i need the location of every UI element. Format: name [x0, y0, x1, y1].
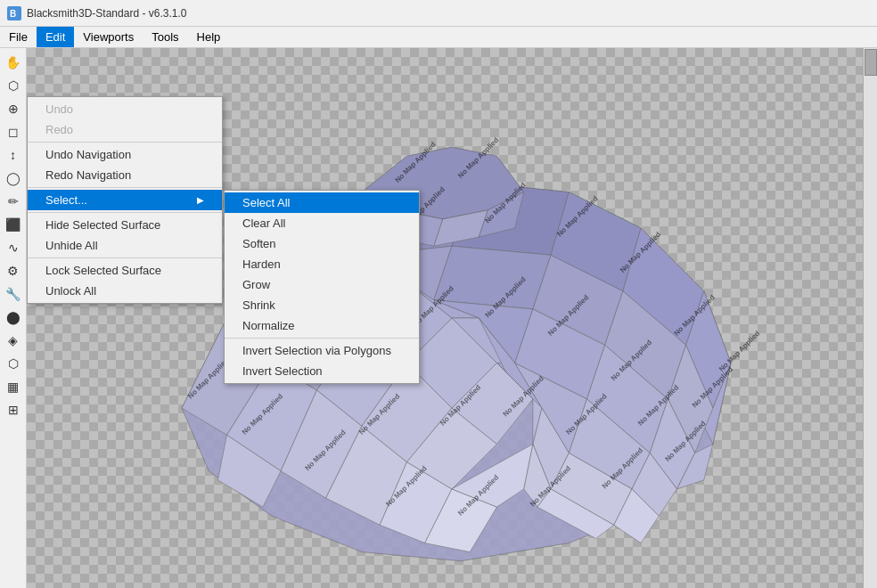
menu-unlock-all[interactable]: Unlock All [28, 281, 222, 301]
svg-text:B: B [10, 9, 16, 19]
viewport-scrollbar[interactable] [863, 48, 877, 588]
menu-edit[interactable]: Edit [37, 27, 74, 47]
menu-undo[interactable]: Undo [28, 99, 222, 119]
submenu-invert-via-polygons[interactable]: Invert Selection via Polygons [225, 340, 419, 361]
menu-redo-navigation[interactable]: Redo Navigation [28, 165, 222, 185]
separator-4 [28, 257, 222, 258]
menu-select[interactable]: Select... ▶ Select All Clear All Soften [28, 190, 222, 210]
submenu-arrow-icon: ▶ [197, 195, 204, 205]
submenu-separator [225, 338, 419, 339]
tool-pan[interactable]: ✋ [3, 52, 24, 73]
tool-smooth[interactable]: ∿ [3, 237, 24, 258]
titlebar: B Blacksmith3D-Standard - v6.3.1.0 [0, 0, 877, 27]
window-title: Blacksmith3D-Standard - v6.3.1.0 [27, 7, 186, 20]
separator-1 [28, 142, 222, 143]
dropdown-overlay: Undo Redo Undo Navigation Redo Navigatio… [27, 96, 223, 304]
menubar: File Edit Viewports Tools Help [0, 27, 877, 48]
menu-undo-navigation[interactable]: Undo Navigation [28, 144, 222, 165]
tool-paint[interactable]: ✏ [3, 191, 24, 212]
menu-redo[interactable]: Redo [28, 119, 222, 140]
tool-resize[interactable]: ↕ [3, 144, 24, 166]
menu-unhide-all[interactable]: Unhide All [28, 235, 222, 256]
select-submenu: Select All Clear All Soften Harden Grow [224, 190, 420, 384]
submenu-soften[interactable]: Soften [225, 233, 419, 254]
app-icon: B [7, 6, 21, 20]
submenu-shrink[interactable]: Shrink [225, 295, 419, 315]
tool-hex[interactable]: ⬡ [3, 353, 24, 374]
submenu-normalize[interactable]: Normalize [225, 315, 419, 336]
tool-grid[interactable]: ▦ [3, 376, 24, 397]
submenu-harden[interactable]: Harden [225, 254, 419, 274]
separator-3 [28, 212, 222, 213]
menu-help[interactable]: Help [188, 27, 230, 47]
tool-wrench[interactable]: 🔧 [3, 283, 24, 305]
menu-lock-selected[interactable]: Lock Selected Surface [28, 260, 222, 281]
svg-marker-16 [434, 246, 551, 309]
menu-tools[interactable]: Tools [143, 27, 187, 47]
menu-viewports[interactable]: Viewports [74, 27, 143, 47]
tool-dot[interactable]: ⬤ [3, 306, 24, 328]
separator-2 [28, 187, 222, 188]
tool-select[interactable]: ◻ [3, 121, 24, 143]
menu-file[interactable]: File [0, 27, 37, 47]
toolbar-left: ✋ ⬡ ⊕ ◻ ↕ ◯ ✏ ⬛ ∿ ⚙ 🔧 ⬤ ◈ ⬡ ▦ ⊞ [0, 48, 27, 588]
menu-hide-selected[interactable]: Hide Selected Surface [28, 215, 222, 235]
tool-zoom[interactable]: ⊕ [3, 98, 24, 119]
submenu-grow[interactable]: Grow [225, 274, 419, 295]
tool-fill[interactable]: ⬛ [3, 214, 24, 235]
submenu-invert-selection[interactable]: Invert Selection [225, 361, 419, 381]
submenu-clear-all[interactable]: Clear All [225, 213, 419, 233]
scrollbar-thumb[interactable] [865, 49, 877, 76]
main-layout: ✋ ⬡ ⊕ ◻ ↕ ◯ ✏ ⬛ ∿ ⚙ 🔧 ⬤ ◈ ⬡ ▦ ⊞ [0, 48, 877, 588]
tool-circle[interactable]: ◯ [3, 167, 24, 189]
edit-menu: Undo Redo Undo Navigation Redo Navigatio… [27, 96, 223, 304]
tool-grid2[interactable]: ⊞ [3, 399, 24, 421]
viewport[interactable]: No Map Applied No Map Applied No Map App… [27, 48, 877, 588]
tool-move[interactable]: ⬡ [3, 75, 24, 96]
tool-settings[interactable]: ⚙ [3, 260, 24, 282]
tool-diamond[interactable]: ◈ [3, 330, 24, 351]
submenu-select-all[interactable]: Select All [225, 192, 419, 213]
